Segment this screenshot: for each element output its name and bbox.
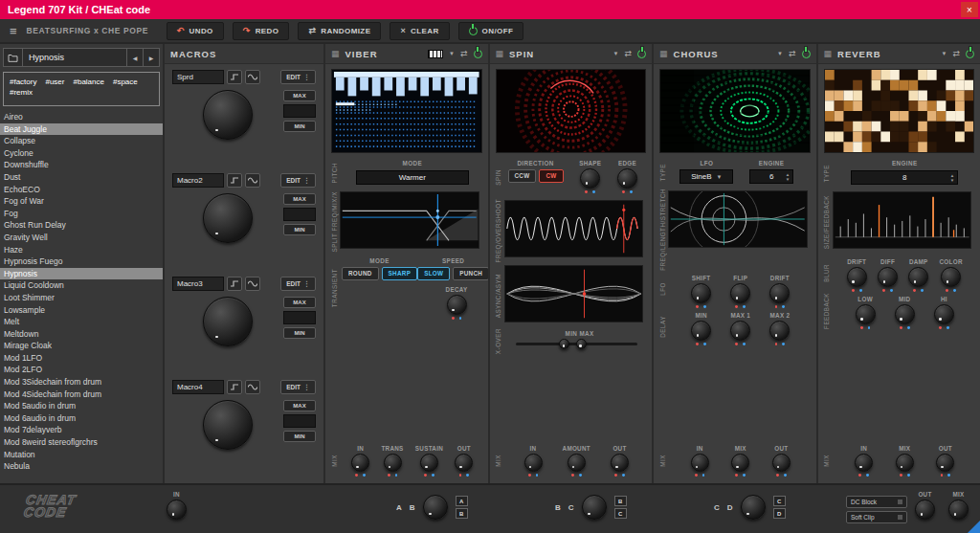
shape-knob[interactable]	[580, 168, 600, 189]
macro4-sine-curve-button[interactable]	[245, 380, 260, 394]
slow-button[interactable]: SLOW	[417, 267, 450, 280]
chorus-power-icon[interactable]	[802, 50, 811, 58]
redo-button[interactable]: ↷ REDO	[233, 22, 290, 40]
viber-sustain-knob[interactable]	[420, 454, 438, 472]
current-preset-name[interactable]: Hypnosis	[23, 53, 126, 62]
preset-item[interactable]: Cyclone	[0, 147, 163, 160]
spin-out-knob[interactable]	[611, 454, 629, 472]
round-button[interactable]: ROUND	[342, 267, 379, 280]
randomize-button[interactable]: ⇄ RANDOMIZE	[298, 22, 381, 40]
snapshot-c-button[interactable]: C	[614, 508, 627, 519]
preset-item[interactable]: Liquid Cooldown	[0, 279, 163, 292]
tag-factory[interactable]: #factory	[10, 78, 36, 86]
preset-item[interactable]: Mod 4Sidechain from drum	[0, 389, 163, 401]
onoff-button[interactable]: ON/OFF	[458, 22, 524, 40]
preset-item[interactable]: Fog	[0, 208, 163, 220]
clear-button[interactable]: × CLEAR	[390, 22, 449, 40]
macro4-min-button[interactable]: MIN	[283, 431, 316, 442]
resize-handle[interactable]	[968, 521, 980, 533]
spin-dropdown-icon[interactable]: ▼	[613, 51, 619, 56]
preset-item[interactable]: Downshuffle	[0, 159, 163, 171]
spin-in-knob[interactable]	[524, 454, 543, 472]
reverb-engine-stepper[interactable]: 8 ▲▼	[851, 170, 958, 185]
reverb-randomize-icon[interactable]: ⇄	[952, 50, 960, 58]
macro3-sine-curve-button[interactable]	[245, 277, 260, 291]
stepper-arrows[interactable]: ▲▼	[950, 173, 954, 183]
snapshot-b-button[interactable]: B	[456, 508, 468, 519]
chorus-freq-graph[interactable]	[668, 190, 808, 248]
preset-item[interactable]: Hypnosis Fuego	[0, 255, 163, 268]
macro1-step-curve-button[interactable]	[227, 70, 242, 84]
morph-bc-knob[interactable]	[582, 495, 607, 520]
macro3-knob[interactable]	[203, 297, 253, 346]
preset-item[interactable]: Haze	[0, 244, 163, 256]
macro3-min-button[interactable]: MIN	[283, 327, 316, 339]
chorus-in-knob[interactable]	[691, 454, 709, 472]
soft-clip-toggle[interactable]: Soft Clip	[846, 511, 907, 523]
preset-item[interactable]: Mod 8weird stereoflgrchrs	[0, 436, 163, 449]
macro3-name-field[interactable]	[172, 277, 224, 291]
macro2-min-button[interactable]: MIN	[283, 224, 316, 235]
piano-icon[interactable]	[428, 50, 443, 58]
viber-dropdown-icon[interactable]: ▼	[449, 51, 455, 56]
macro3-max-button[interactable]: MAX	[283, 297, 316, 308]
macro2-edit-button[interactable]: EDIT⋮	[280, 173, 316, 188]
xover-slider[interactable]	[516, 343, 638, 345]
macro2-name-field[interactable]	[172, 173, 224, 188]
macro1-edit-button[interactable]: EDIT⋮	[280, 70, 316, 84]
drift-knob[interactable]	[769, 283, 790, 303]
spin-amount-knob[interactable]	[568, 454, 586, 472]
macro2-max-button[interactable]: MAX	[283, 193, 316, 205]
master-out-knob[interactable]	[915, 500, 935, 520]
macro1-name-field[interactable]	[172, 70, 224, 84]
punch-button[interactable]: PUNCH	[453, 267, 489, 280]
reverb-diff-knob[interactable]	[878, 267, 898, 287]
preset-selector[interactable]: Hypnosis ◀ ▶	[3, 48, 160, 67]
chorus-engine-stepper[interactable]: 6 ▲▼	[749, 169, 793, 184]
tag-balance[interactable]: #balance	[73, 78, 103, 86]
ccw-button[interactable]: CCW	[508, 169, 537, 183]
macro2-step-curve-button[interactable]	[227, 173, 242, 188]
delay-max2-knob[interactable]	[769, 321, 790, 341]
preset-item[interactable]: Loot Shimmer	[0, 292, 163, 304]
chorus-out-knob[interactable]	[772, 454, 791, 472]
macro1-min-button[interactable]: MIN	[283, 121, 316, 132]
master-in-knob[interactable]	[167, 500, 187, 520]
preset-item[interactable]: Mod 7delayverb	[0, 424, 163, 436]
macro1-value-field[interactable]	[283, 104, 316, 118]
macro4-knob[interactable]	[203, 400, 253, 450]
snapshot-b2-button[interactable]: B	[614, 496, 627, 506]
viber-split-graph[interactable]	[340, 191, 479, 249]
preset-item[interactable]: Fog of War	[0, 195, 163, 208]
preset-item[interactable]: Melt	[0, 316, 163, 328]
next-preset-button[interactable]: ▶	[143, 49, 159, 66]
reverb-drift-knob[interactable]	[847, 267, 867, 287]
preset-item[interactable]: Collapse	[0, 135, 163, 147]
hi-knob[interactable]	[934, 304, 954, 324]
menu-icon[interactable]: ≡	[10, 24, 17, 38]
spin-freq-graph[interactable]	[504, 200, 644, 257]
spin-async-graph[interactable]	[504, 265, 644, 322]
delay-min-knob[interactable]	[691, 321, 711, 341]
chorus-randomize-icon[interactable]: ⇄	[789, 50, 796, 58]
dc-block-toggle[interactable]: DC Block	[846, 496, 907, 508]
snapshot-a-button[interactable]: A	[456, 496, 468, 506]
macro4-value-field[interactable]	[283, 414, 316, 428]
macro4-edit-button[interactable]: EDIT⋮	[280, 380, 316, 394]
flip-knob[interactable]	[730, 283, 750, 303]
close-button[interactable]: ×	[961, 2, 978, 17]
preset-item[interactable]: Mutation	[0, 449, 163, 461]
preset-item[interactable]: Meltdown	[0, 328, 163, 341]
macro4-step-curve-button[interactable]	[227, 380, 242, 394]
viber-in-knob[interactable]	[351, 454, 369, 472]
reverb-dropdown-icon[interactable]: ▼	[942, 51, 947, 56]
reverb-out-knob[interactable]	[936, 454, 954, 472]
preset-item[interactable]: EchoECO	[0, 184, 163, 196]
spin-power-icon[interactable]	[637, 50, 646, 58]
preset-item[interactable]: Mod 5audio in drum	[0, 400, 163, 412]
morph-cd-knob[interactable]	[741, 495, 766, 520]
decay-knob[interactable]	[447, 295, 467, 315]
preset-item[interactable]: Mod 3Sidechain from drum	[0, 376, 163, 389]
preset-item[interactable]: Aireo	[0, 111, 163, 123]
preset-item[interactable]: Dust	[0, 171, 163, 184]
